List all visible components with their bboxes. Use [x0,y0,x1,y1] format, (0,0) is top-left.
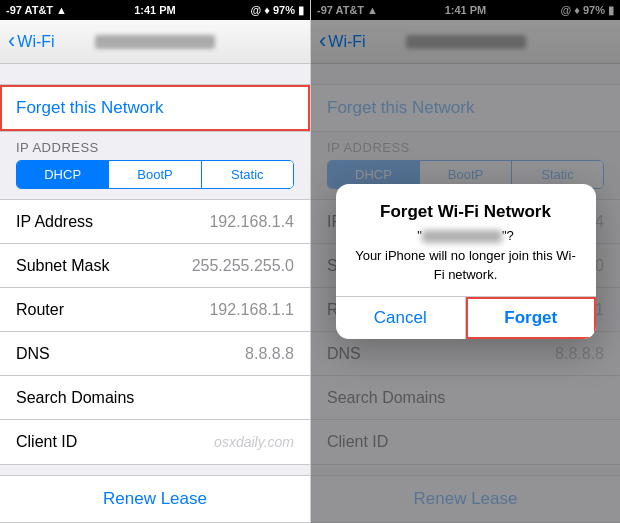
renew-section-left: Renew Lease [0,475,310,523]
nav-title-left [95,32,215,52]
seg-bootp-left[interactable]: BootP [109,161,201,188]
row-value-router: 192.168.1.1 [209,301,294,319]
row-label-subnet: Subnet Mask [16,257,109,275]
table-row: Subnet Mask 255.255.255.0 [0,244,310,288]
table-row: DNS 8.8.8.8 [0,332,310,376]
row-value-clientid: osxdaily.com [214,434,294,450]
modal-content: Forget Wi-Fi Network ""? Your iPhone wil… [336,184,596,295]
left-panel: -97 AT&T ▲ 1:41 PM @ ♦ 97% ▮ ‹ Wi-Fi For… [0,0,310,523]
ip-address-header-left: IP ADDRESS [0,132,310,160]
battery-icon-left: ▮ [298,4,304,17]
right-panel: -97 AT&T ▲ 1:41 PM @ ♦ 97% ▮ ‹ Wi-Fi For… [310,0,620,523]
modal-actions: Cancel Forget [336,296,596,339]
modal-overlay: Forget Wi-Fi Network ""? Your iPhone wil… [311,0,620,523]
back-label-left: Wi-Fi [17,33,54,51]
row-label-router: Router [16,301,64,319]
seg-static-left[interactable]: Static [202,161,293,188]
forget-wifi-dialog: Forget Wi-Fi Network ""? Your iPhone wil… [336,184,596,338]
network-name-blur-modal [422,230,502,243]
row-value-dns: 8.8.8.8 [245,345,294,363]
forget-network-button-left[interactable]: Forget this Network [0,85,310,131]
cancel-button[interactable]: Cancel [336,297,467,339]
ip-table-left: IP Address 192.168.1.4 Subnet Mask 255.2… [0,199,310,465]
table-row: IP Address 192.168.1.4 [0,200,310,244]
row-label-dns: DNS [16,345,50,363]
table-row: Search Domains [0,376,310,420]
row-value-ip: 192.168.1.4 [209,213,294,231]
modal-network-name: ""? [352,228,580,243]
forget-button[interactable]: Forget [466,297,596,339]
wifi-icon-left: ▲ [56,4,67,16]
row-value-subnet: 255.255.255.0 [192,257,294,275]
modal-title: Forget Wi-Fi Network [352,202,580,222]
chevron-icon-left: ‹ [8,30,15,52]
table-row: Router 192.168.1.1 [0,288,310,332]
ip-mode-segmented-left[interactable]: DHCP BootP Static [16,160,294,189]
quote-close: "? [502,228,514,243]
modal-body: Your iPhone will no longer join this Wi-… [352,247,580,283]
carrier-left: -97 AT&T [6,4,53,16]
signal-icons-left: @ ♦ 97% [251,4,295,16]
status-bar-left: -97 AT&T ▲ 1:41 PM @ ♦ 97% ▮ [0,0,310,20]
row-label-clientid: Client ID [16,433,77,451]
status-right-left: @ ♦ 97% ▮ [251,4,304,17]
row-label-search: Search Domains [16,389,134,407]
network-name-blur-left [95,35,215,49]
row-label-ip: IP Address [16,213,93,231]
back-button-left[interactable]: ‹ Wi-Fi [8,31,55,52]
status-left: -97 AT&T ▲ [6,4,67,16]
seg-dhcp-left[interactable]: DHCP [17,161,109,188]
time-left: 1:41 PM [134,4,176,16]
forget-section-left: Forget this Network [0,84,310,132]
renew-lease-button-left[interactable]: Renew Lease [0,476,310,522]
table-row: Client ID osxdaily.com [0,420,310,464]
nav-bar-left: ‹ Wi-Fi [0,20,310,64]
